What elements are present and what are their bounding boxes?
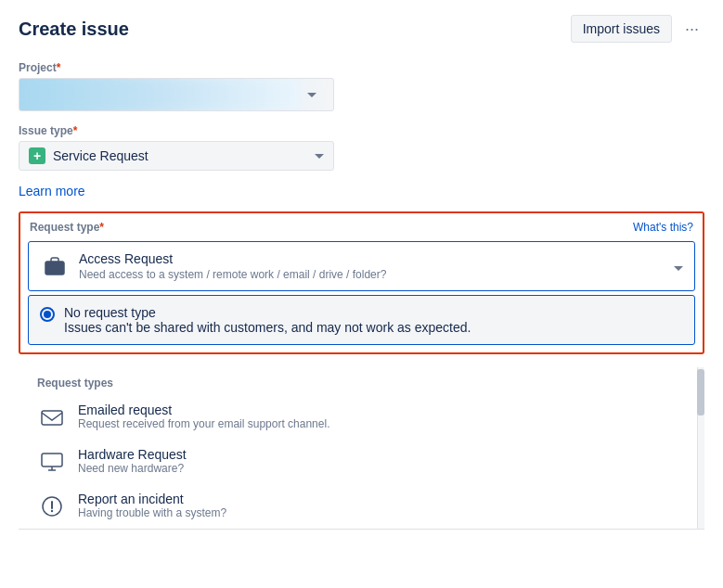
no-request-type-item[interactable]: No request type Issues can't be shared w… [28, 295, 695, 345]
issue-type-field-group: Issue type* + Service Request [19, 124, 704, 171]
issue-type-chevron-down-icon [315, 154, 324, 159]
request-types-list-header: Request types [19, 367, 704, 395]
radio-selected-icon [40, 307, 55, 322]
hardware-request-content: Hardware Request Need new hardware? [78, 447, 187, 475]
emailed-request-desc: Request received from your email support… [78, 417, 329, 430]
learn-more-link[interactable]: Learn more [19, 184, 85, 198]
project-select-wrapper [19, 78, 334, 111]
svg-rect-4 [42, 411, 62, 425]
no-request-desc: Issues can't be shared with customers, a… [64, 320, 471, 335]
report-incident-content: Report an incident Having trouble with a… [78, 492, 226, 519]
access-request-content: Access Request Need access to a system /… [79, 251, 683, 281]
issue-type-value: Service Request [53, 148, 300, 163]
access-request-item[interactable]: Access Request Need access to a system /… [28, 241, 695, 291]
emailed-request-content: Emailed request Request received from yo… [78, 403, 329, 430]
issue-type-select[interactable]: + Service Request [19, 141, 334, 171]
report-incident-item[interactable]: Report an incident Having trouble with a… [19, 484, 704, 529]
briefcase-icon [40, 251, 70, 281]
header-actions: Import issues ··· [571, 15, 704, 43]
page-header: Create issue Import issues ··· [19, 15, 704, 43]
monitor-icon [37, 447, 67, 477]
email-icon [37, 403, 67, 432]
access-request-desc: Need access to a system / remote work / … [79, 268, 683, 281]
project-value-blurred [19, 79, 300, 110]
no-request-content: No request type Issues can't be shared w… [64, 305, 471, 335]
project-label: Project* [19, 61, 704, 74]
emailed-request-title: Emailed request [78, 403, 329, 417]
request-types-list-section: Request types Emailed request Request re… [19, 367, 704, 530]
report-incident-title: Report an incident [78, 492, 226, 506]
radio-dot [44, 311, 51, 318]
svg-rect-5 [42, 454, 62, 467]
project-field-group: Project* [19, 61, 704, 111]
ellipsis-icon: ··· [685, 19, 699, 38]
access-request-chevron-down-icon [674, 259, 683, 274]
request-type-label: Request type* [30, 221, 104, 234]
page-title: Create issue [19, 19, 129, 40]
project-required-marker: * [57, 61, 61, 74]
whats-this-link[interactable]: What's this? [633, 221, 693, 234]
report-incident-desc: Having trouble with a system? [78, 506, 226, 519]
hardware-request-desc: Need new hardware? [78, 462, 187, 475]
access-request-title: Access Request [79, 251, 683, 266]
project-select[interactable] [19, 78, 334, 111]
request-type-section: Request type* What's this? Access Reques… [19, 211, 704, 354]
issue-type-required-marker: * [73, 124, 78, 137]
request-type-required-marker: * [99, 221, 104, 234]
issue-type-label: Issue type* [19, 124, 704, 137]
import-issues-button[interactable]: Import issues [571, 15, 672, 43]
hardware-request-title: Hardware Request [78, 447, 187, 462]
more-options-button[interactable]: ··· [679, 16, 704, 43]
no-request-title: No request type [64, 305, 471, 320]
service-request-icon: + [29, 147, 45, 164]
scroll-thumb[interactable] [697, 369, 704, 415]
request-type-header: Request type* What's this? [20, 213, 703, 237]
alert-icon [37, 492, 67, 521]
hardware-request-item[interactable]: Hardware Request Need new hardware? [19, 440, 704, 484]
svg-point-11 [51, 510, 53, 512]
project-chevron-down-icon [307, 93, 316, 97]
vertical-scrollbar[interactable] [697, 367, 704, 529]
svg-rect-3 [53, 266, 57, 269]
emailed-request-item[interactable]: Emailed request Request received from yo… [19, 395, 704, 440]
